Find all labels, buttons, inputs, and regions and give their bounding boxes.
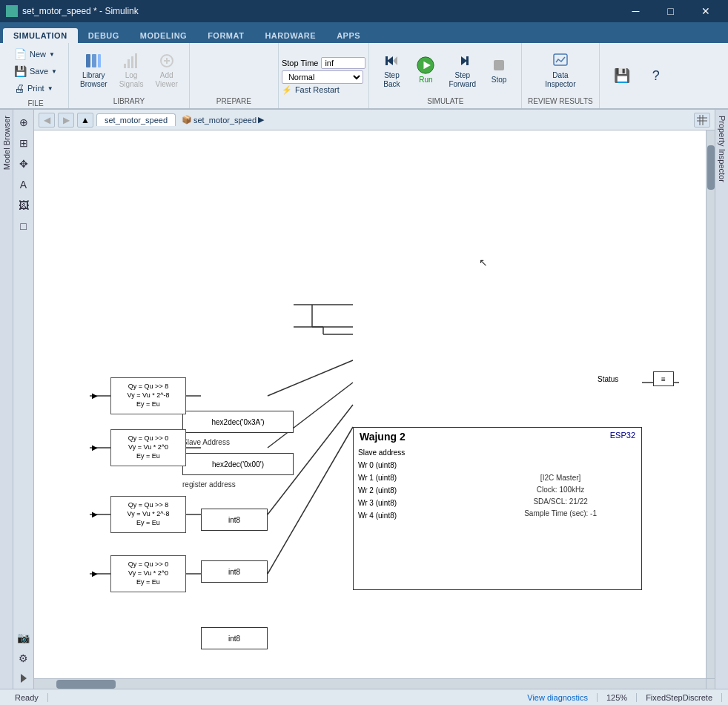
wajung-port-5: Wr 4 (uint8) [357,510,406,521]
quant2-block[interactable]: Qy = Qu >> 0 Vy = Vu * 2^0 Ey = Eu [110,429,186,466]
slave-address-label: Slave Address [182,438,230,446]
tab-hardware[interactable]: HARDWARE [254,28,326,43]
tab-simulation[interactable]: SIMULATION [3,28,78,43]
tab-debug[interactable]: DEBUG [78,28,130,43]
new-dropdown-arrow[interactable]: ▼ [49,51,55,58]
close-button[interactable]: ✕ [689,0,722,22]
vertical-scrollbar[interactable] [706,130,715,678]
stoptime-section: Stop Time Normal Accelerator Rapid Accel… [279,43,370,108]
library-browser-button[interactable]: LibraryBrowser [75,48,113,93]
hex2-block[interactable]: hex2dec('0x00') [182,453,294,475]
svg-marker-15 [461,56,467,65]
hex2-label: hex2dec('0x00') [212,460,264,469]
maximize-button[interactable]: □ [654,0,687,22]
svg-rect-0 [86,54,90,67]
grid-toggle-button[interactable] [694,113,710,128]
minimize-button[interactable]: ─ [619,0,652,22]
quant1-block[interactable]: Qy = Qu >> 8 Vy = Vu * 2^-8 Ey = Eu [110,377,186,414]
vertical-scrollbar-thumb[interactable] [707,145,715,190]
svg-rect-17 [494,60,504,70]
terminator-block[interactable]: ≡ [653,371,674,386]
library-group-label: LIBRARY [113,94,145,105]
breadcrumb-tab[interactable]: set_motor_speed [96,113,176,126]
forward-button[interactable]: ▶ [58,113,74,128]
help-icon: ? [647,67,665,85]
data-inspector-button[interactable]: DataInspector [540,48,580,93]
image-button[interactable]: 🖼 [14,196,33,215]
tab-modeling[interactable]: MODELING [130,28,197,43]
add-viewer-button[interactable]: AddViewer [150,48,183,93]
up-button[interactable]: ▲ [77,113,93,128]
text-tool-button[interactable]: A [14,175,33,194]
wajung-port-3: Wr 2 (uint8) [357,485,406,496]
stoptime-label: Stop Time [282,59,319,67]
zoom-in-button[interactable]: ⊞ [14,133,33,153]
step-forward-button[interactable]: StepForward [443,48,481,93]
view-diagnostics-link[interactable]: View diagnostics [527,693,588,702]
log-signals-button[interactable]: LogSignals [114,48,149,93]
zoom-fit-button[interactable]: ⊕ [14,113,33,132]
data-inspector-label: DataInspector [545,71,575,89]
save-dropdown-arrow[interactable]: ▼ [51,68,57,75]
int8-1-block[interactable]: int8 [201,509,268,531]
quant2-arrow: ▶ [92,443,98,451]
area-button[interactable]: □ [14,216,33,236]
expand-button[interactable] [18,672,30,686]
print-button[interactable]: 🖨 Print ▼ [9,80,62,96]
status-ready: Ready [6,693,48,702]
review-results-group-label: REVIEW RESULTS [528,94,593,105]
run-label: Run [419,76,432,85]
add-viewer-icon [158,52,176,70]
svg-marker-19 [21,674,27,683]
wajung-esp-label: ESP32 [610,431,635,440]
tab-format[interactable]: FORMAT [197,28,254,43]
quant3-block[interactable]: Qy = Qu >> 8 Vy = Vu * 2^-8 Ey = Eu [110,496,186,533]
svg-rect-1 [92,54,96,67]
canvas-area[interactable]: hex2dec('0x3A') Slave Address hex2dec('0… [34,130,706,678]
scroll-corner [706,678,715,689]
svg-rect-6 [135,53,137,68]
simulation-mode-select[interactable]: Normal Accelerator Rapid Accelerator [282,70,363,84]
horizontal-scrollbar-thumb[interactable] [56,680,116,689]
step-forward-icon [454,52,471,70]
tab-apps[interactable]: APPS [326,28,371,43]
tool-sidebar: ⊕ ⊞ ✥ A 🖼 □ 📷 ⚙ [13,110,34,689]
breadcrumb-bar: ◀ ▶ ▲ set_motor_speed 📦 set_motor_speed … [34,110,715,130]
status-bar: Ready View diagnostics 125% FixedStepDis… [0,689,728,705]
hex1-block[interactable]: hex2dec('0x3A') [182,411,294,433]
svg-rect-5 [131,56,133,68]
run-button[interactable]: Run [409,53,442,88]
camera-button[interactable]: 📷 [14,628,33,647]
library-browser-icon [85,52,102,70]
help-button[interactable]: ? [640,63,672,88]
fast-restart-icon: ⚡ [282,85,292,95]
property-inspector-tab[interactable]: Property Inspector [716,110,728,188]
new-button[interactable]: 📄 New ▼ [9,46,62,62]
step-back-button[interactable]: StepBack [375,48,408,93]
log-signals-icon [122,52,140,70]
hex1-label: hex2dec('0x3A') [211,418,264,426]
stoptime-field: Stop Time [282,57,366,69]
stop-button[interactable]: Stop [483,53,515,88]
svg-rect-3 [124,64,126,68]
settings-button[interactable]: ⚙ [14,649,33,668]
pan-button[interactable]: ✥ [14,154,33,173]
model-browser-tab[interactable]: Model Browser [1,110,13,176]
quick-access-button[interactable]: 💾 [606,63,638,88]
quant4-block[interactable]: Qy = Qu >> 0 Vy = Vu * 2^0 Ey = Eu [110,555,186,592]
save-button[interactable]: 💾 Save ▼ [9,63,62,79]
review-buttons: DataInspector [540,46,580,94]
back-button[interactable]: ◀ [39,113,55,128]
bottom-bar-row [34,678,715,689]
svg-marker-10 [387,56,393,65]
wajung-block[interactable]: Wajung 2 ESP32 Slave address Wr 0 (uint8… [353,427,642,590]
simulate-buttons: StepBack Run StepForward [375,46,515,94]
wajung-title: Wajung 2 [360,431,406,443]
stoptime-input[interactable] [321,57,365,69]
int8-2-block[interactable]: int8 [201,560,268,583]
canvas-scrollable: hex2dec('0x3A') Slave Address hex2dec('0… [34,130,715,678]
horizontal-scrollbar[interactable] [34,678,706,689]
print-dropdown-arrow[interactable]: ▼ [47,85,53,92]
svg-rect-4 [128,59,130,68]
int8-3-block[interactable]: int8 [201,627,268,649]
